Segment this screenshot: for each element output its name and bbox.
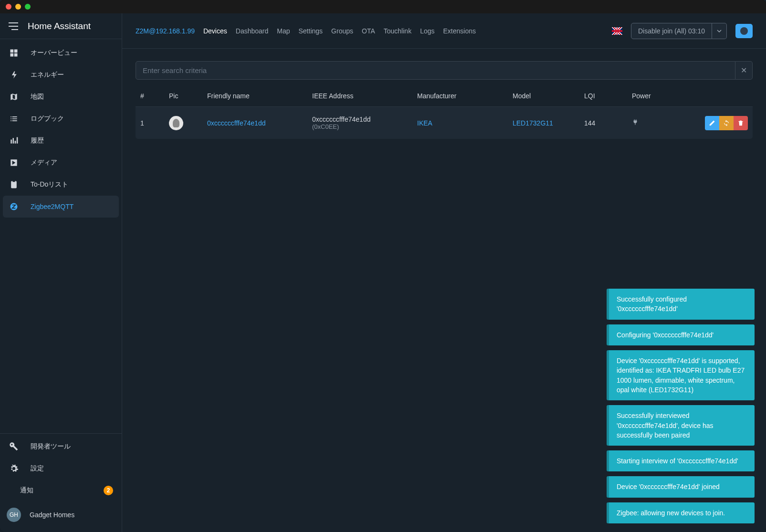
search-row: ✕ [136,61,753,80]
app-title: Home Assistant [28,21,91,31]
sidebar-item-label: Zigbee2MQTT [31,203,73,210]
app-body: Home Assistant オーバービュー エネルギー 地図 ログブック [0,13,766,532]
tab-map[interactable]: Map [277,27,290,35]
menu-toggle-icon[interactable] [9,22,18,30]
cell-friendly-link[interactable]: 0xccccccfffe74e1dd [207,119,312,127]
maximize-window-button[interactable] [25,4,31,10]
toast-message[interactable]: Successfully interviewed '0xccccccfffe74… [607,405,755,446]
col-model[interactable]: Model [513,92,584,100]
wrench-icon [9,441,19,452]
col-lqi[interactable]: LQI [584,92,632,100]
toast-message[interactable]: Successfully configured '0xccccccfffe74e… [607,289,755,320]
topbar-tabs: Devices Dashboard Map Settings Groups OT… [203,27,476,35]
table-row: 1 0xccccccfffe74e1dd 0xccccccfffe74e1dd … [136,106,753,139]
tab-groups[interactable]: Groups [331,27,353,35]
sidebar-bottom: 開発者ツール 設定 通知 2 GH Gadget Homes [0,433,122,532]
permit-join-button[interactable]: Disable join (All) 03:10 [631,23,712,39]
search-clear-button[interactable]: ✕ [735,61,753,80]
close-window-button[interactable] [6,4,11,10]
sidebar-item-energy[interactable]: エネルギー [0,64,122,86]
minimize-window-button[interactable] [15,4,21,10]
content: ✕ # Pic Friendly name IEEE Address Manuf… [122,49,766,151]
toast-message[interactable]: Configuring '0xccccccfffe74e1dd' [607,324,755,345]
dashboard-icon [9,48,19,58]
cell-ieee: 0xccccccfffe74e1dd (0xC0EE) [312,115,417,130]
chart-icon [9,136,19,146]
permit-join-group: Disable join (All) 03:10 [631,23,727,39]
toast-message[interactable]: Zigbee: allowing new devices to join. [607,502,755,523]
col-power[interactable]: Power [632,92,694,100]
close-icon: ✕ [741,66,747,75]
sidebar-item-media[interactable]: メディア [0,152,122,174]
tab-settings[interactable]: Settings [299,27,323,35]
toast-message[interactable]: Device '0xccccccfffe74e1dd' joined [607,476,755,497]
sidebar-item-label: メディア [31,158,57,167]
sidebar-item-logbook[interactable]: ログブック [0,108,122,130]
col-pic[interactable]: Pic [169,92,207,100]
app-window: Home Assistant オーバービュー エネルギー 地図 ログブック [0,0,766,532]
theme-toggle-button[interactable] [735,24,753,38]
tab-logs[interactable]: Logs [420,27,434,35]
sidebar-item-overview[interactable]: オーバービュー [0,42,122,64]
sync-icon [723,120,730,126]
gear-icon [9,463,19,474]
user-name: Gadget Homes [30,511,74,519]
sidebar-item-zigbee2mqtt[interactable]: Zigbee2MQTT [3,196,119,218]
tab-devices[interactable]: Devices [203,27,227,35]
chevron-down-icon [717,29,722,33]
ieee-short: (0xC0EE) [312,123,417,130]
sidebar-item-history[interactable]: 履歴 [0,130,122,152]
toast-message[interactable]: Starting interview of '0xccccccfffe74e1d… [607,450,755,471]
cell-lqi: 144 [584,119,632,127]
clipboard-icon [9,179,19,190]
language-flag-icon[interactable] [612,27,622,35]
sidebar-item-label: To-Doリスト [31,180,68,189]
tab-dashboard[interactable]: Dashboard [236,27,269,35]
z2m-host-link[interactable]: Z2M@192.168.1.99 [136,27,195,35]
cell-num: 1 [140,119,169,127]
permit-join-dropdown[interactable] [712,23,727,39]
bolt-icon [9,70,19,80]
sidebar-user[interactable]: GH Gadget Homes [0,501,122,528]
tab-extensions[interactable]: Extensions [443,27,476,35]
ieee-address: 0xccccccfffe74e1dd [312,115,417,123]
play-icon [9,157,19,168]
avatar: GH [7,508,21,522]
tab-ota[interactable]: OTA [362,27,375,35]
reconfigure-button[interactable] [719,116,734,130]
search-input[interactable] [136,61,735,80]
sidebar-nav: オーバービュー エネルギー 地図 ログブック 履歴 [0,39,122,433]
sidebar-item-label: ログブック [31,115,64,123]
sidebar-item-label: 設定 [31,464,44,473]
sidebar: Home Assistant オーバービュー エネルギー 地図 ログブック [0,13,122,532]
sidebar-item-label: 通知 [20,486,33,495]
col-ieee[interactable]: IEEE Address [312,92,417,100]
sidebar-item-label: 開発者ツール [31,442,71,451]
pencil-icon [709,120,715,126]
devices-table: # Pic Friendly name IEEE Address Manufac… [136,85,753,139]
map-icon [9,92,19,102]
sidebar-item-label: 履歴 [31,136,44,145]
sidebar-item-label: オーバービュー [31,49,77,57]
sidebar-item-map[interactable]: 地図 [0,86,122,108]
sidebar-header: Home Assistant [0,13,122,39]
zigbee-icon [9,201,19,212]
tab-touchlink[interactable]: Touchlink [384,27,411,35]
cell-manufacturer-link[interactable]: IKEA [417,119,513,127]
sidebar-item-devtools[interactable]: 開発者ツール [0,436,122,458]
delete-button[interactable] [734,116,748,130]
toast-container: Successfully configured '0xccccccfffe74e… [607,289,755,523]
cell-model-link[interactable]: LED1732G11 [513,119,584,127]
toast-message[interactable]: Device '0xccccccfffe74e1dd' is supported… [607,350,755,400]
sidebar-item-notifications[interactable]: 通知 2 [0,480,122,501]
sidebar-item-todo[interactable]: To-Doリスト [0,174,122,196]
col-manufacturer[interactable]: Manufacturer [417,92,513,100]
cell-pic [169,116,207,130]
notification-badge: 2 [104,486,113,495]
main-panel: Z2M@192.168.1.99 Devices Dashboard Map S… [122,13,766,532]
sidebar-item-settings[interactable]: 設定 [0,458,122,480]
col-friendly[interactable]: Friendly name [207,92,312,100]
device-image [169,116,183,130]
col-num[interactable]: # [140,92,169,100]
rename-button[interactable] [705,116,719,130]
